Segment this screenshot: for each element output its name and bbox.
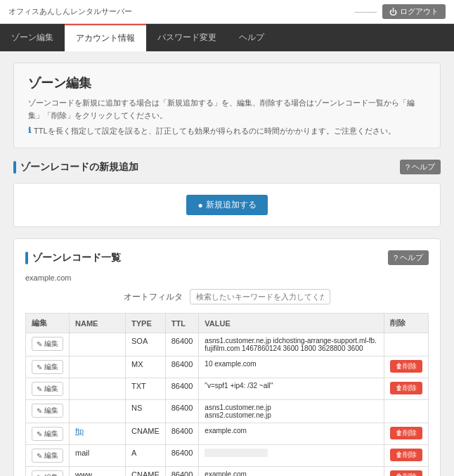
cell-name (70, 400, 126, 423)
th-delete: 削除 (384, 314, 429, 333)
table-row: ✎編集mailA86400 🗑削除 (26, 445, 429, 467)
cell-ttl: 86400 (165, 378, 199, 400)
name-link[interactable]: ftp (75, 427, 84, 435)
edit-button[interactable]: ✎編集 (32, 360, 63, 374)
list-section-help-button[interactable]: ? ヘルプ (388, 250, 429, 265)
add-section-title: ゾーンレコードの新規追加 (13, 161, 138, 174)
list-section-title: ゾーンレコード一覧 (25, 252, 121, 264)
cell-value: 10 example.com (199, 356, 384, 378)
cell-name (70, 333, 126, 356)
table-head: 編集 NAME TYPE TTL VALUE 削除 (26, 314, 429, 333)
edit-button[interactable]: ✎編集 (32, 404, 63, 418)
list-section-title-bar (25, 252, 28, 264)
plus-icon: ● (197, 200, 202, 210)
dns-table: 編集 NAME TYPE TTL VALUE 削除 ✎編集SOA86400asn… (25, 313, 429, 476)
delete-button[interactable]: 🗑削除 (390, 449, 422, 461)
cell-name: www (70, 467, 126, 476)
cell-type: A (126, 445, 166, 467)
add-section-header: ゾーンレコードの新規追加 ? ヘルプ (13, 160, 441, 174)
pencil-icon: ✎ (37, 430, 42, 438)
logout-button[interactable]: ⏻ ログアウト (382, 4, 446, 19)
cell-type: MX (126, 356, 166, 378)
table-row: ✎編集MX8640010 example.com🗑削除 (26, 356, 429, 378)
add-section-help-button[interactable]: ? ヘルプ (400, 160, 441, 174)
pencil-icon: ✎ (37, 340, 42, 348)
delete-button[interactable]: 🗑削除 (390, 360, 422, 373)
cell-ttl: 86400 (165, 333, 199, 356)
edit-button[interactable]: ✎編集 (32, 337, 63, 351)
add-section-body: ● 新規追加する (13, 183, 441, 227)
zone-list-section: ゾーンレコード一覧 ? ヘルプ example.com オートフィルタ 編集 N… (13, 238, 441, 476)
delete-button[interactable]: 🗑削除 (390, 427, 422, 439)
nav-item-help[interactable]: ヘルプ (228, 24, 275, 51)
table-row: ✎編集wwwCNAME86400example.com🗑削除 (26, 467, 429, 476)
info-box: ゾーン編集 ゾーンコードを新規に追加する場合は「新規追加する」を、編集、削除する… (13, 63, 441, 148)
nav-item-password[interactable]: パスワード変更 (146, 24, 228, 51)
info-box-note: ℹ TTLを長く指定して設定を誤ると、訂正しても効果が得られるのに時間がかかりま… (28, 126, 426, 136)
cell-delete (384, 333, 429, 356)
cell-ttl: 86400 (165, 445, 199, 467)
main-content: ゾーン編集 ゾーンコードを新規に追加する場合は「新規追加する」を、編集、削除する… (2, 51, 452, 476)
cell-value (199, 445, 384, 467)
nav-bar: ゾーン編集 アカウント情報 パスワード変更 ヘルプ (0, 24, 454, 51)
list-section-header: ゾーンレコード一覧 ? ヘルプ (25, 250, 429, 265)
nav-item-account[interactable]: アカウント情報 (65, 24, 146, 51)
add-zone-section: ゾーンレコードの新規追加 ? ヘルプ ● 新規追加する (13, 160, 441, 227)
th-value: VALUE (199, 314, 384, 333)
cell-type: CNAME (126, 423, 166, 445)
table-body: ✎編集SOA86400asns1.customer.ne.jp idchosti… (26, 333, 429, 476)
info-box-description: ゾーンコードを新規に追加する場合は「新規追加する」を、編集、削除する場合はゾーン… (28, 97, 426, 122)
filter-input[interactable] (190, 289, 330, 304)
cell-name: ftp (70, 423, 126, 445)
cell-delete: 🗑削除 (384, 467, 429, 476)
table-header-row: 編集 NAME TYPE TTL VALUE 削除 (26, 314, 429, 333)
cell-ttl: 86400 (165, 423, 199, 445)
pencil-icon: ✎ (37, 364, 42, 371)
nav-item-zone[interactable]: ゾーン編集 (0, 24, 65, 51)
cell-ttl: 86400 (165, 400, 199, 423)
table-row: ✎編集NS86400asns1.customer.ne.jpasns2.cust… (26, 400, 429, 423)
top-bar-right: ──── ⏻ ログアウト (355, 4, 446, 19)
cell-value: "v=spf1 +ip4: /32 ~all" (199, 378, 384, 400)
cell-name (70, 378, 126, 400)
pencil-icon: ✎ (37, 385, 42, 393)
info-box-title: ゾーン編集 (28, 75, 426, 91)
edit-button[interactable]: ✎編集 (32, 427, 63, 441)
filter-row: オートフィルタ (25, 289, 429, 304)
cell-name: mail (70, 445, 126, 467)
table-row: ✎編集SOA86400asns1.customer.ne.jp idchosti… (26, 333, 429, 356)
cell-delete: 🗑削除 (384, 378, 429, 400)
cell-value: example.com (199, 467, 384, 476)
cell-type: SOA (126, 333, 166, 356)
delete-button[interactable]: 🗑削除 (390, 382, 422, 394)
cell-ttl: 86400 (165, 356, 199, 378)
section-title-bar (13, 161, 16, 174)
edit-button[interactable]: ✎編集 (32, 470, 63, 476)
cell-delete: 🗑削除 (384, 445, 429, 467)
th-type: TYPE (126, 314, 166, 333)
table-row: ✎編集TXT86400"v=spf1 +ip4: /32 ~all"🗑削除 (26, 378, 429, 400)
edit-button[interactable]: ✎編集 (32, 449, 63, 463)
table-row: ✎編集ftpCNAME86400example.com🗑削除 (26, 423, 429, 445)
cell-type: CNAME (126, 467, 166, 476)
cell-value: asns1.customer.ne.jpasns2.customer.ne.jp (199, 400, 384, 423)
cell-type: NS (126, 400, 166, 423)
cell-value: example.com (199, 423, 384, 445)
edit-button[interactable]: ✎編集 (32, 382, 63, 396)
cell-ttl: 86400 (165, 467, 199, 476)
th-name: NAME (70, 314, 126, 333)
logout-icon: ⏻ (389, 8, 397, 16)
cell-type: TXT (126, 378, 166, 400)
th-ttl: TTL (165, 314, 199, 333)
cell-name (70, 356, 126, 378)
filter-label: オートフィルタ (124, 291, 183, 303)
app-logo: オフィスあんしんレンタルサーバー (8, 6, 132, 17)
top-bar: オフィスあんしんレンタルサーバー ──── ⏻ ログアウト (0, 0, 454, 24)
user-indicator: ──── (355, 8, 377, 16)
pencil-icon: ✎ (37, 407, 42, 415)
cell-delete (384, 400, 429, 423)
th-edit: 編集 (26, 314, 70, 333)
delete-button[interactable]: 🗑削除 (390, 470, 422, 476)
add-new-button[interactable]: ● 新規追加する (186, 195, 267, 215)
cell-value: asns1.customer.ne.jp idchosting-arrange-… (199, 333, 384, 356)
